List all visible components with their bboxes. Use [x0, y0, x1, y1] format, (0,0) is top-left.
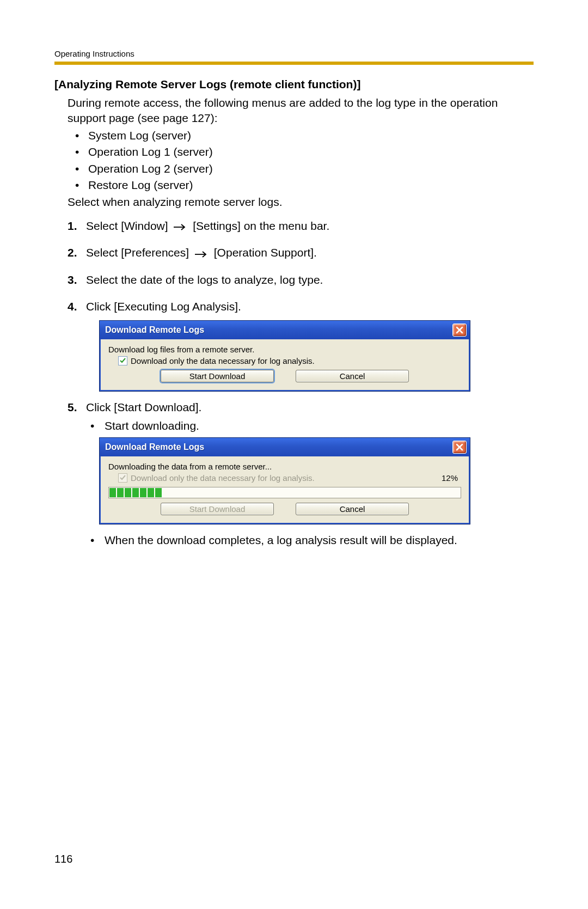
- check-icon: [120, 358, 126, 364]
- bullet-text: Restore Log (server): [88, 177, 193, 193]
- bullet-icon: •: [68, 177, 88, 193]
- bullet-icon: •: [68, 127, 88, 144]
- start-download-button-disabled: Start Download: [161, 503, 274, 515]
- checkbox-row: Download only the data necessary for log…: [118, 356, 461, 365]
- header-label: Operating Instructions: [54, 49, 534, 58]
- page-number: 116: [54, 853, 72, 865]
- checkbox-label: Download only the data necessary for log…: [131, 356, 315, 365]
- step-body: Select [Window] [Settings] on the menu b…: [86, 218, 534, 235]
- progress-cell: [117, 488, 124, 497]
- bullet-icon: •: [86, 532, 105, 548]
- bullet-icon: •: [68, 144, 88, 160]
- dialog-title: Download Remote Logs: [105, 325, 204, 335]
- cancel-button[interactable]: Cancel: [296, 503, 409, 515]
- progress-cell: [140, 488, 146, 497]
- step-text-after: [Operation Support].: [214, 246, 317, 259]
- header-rule: [54, 62, 534, 65]
- start-download-button[interactable]: Start Download: [161, 370, 274, 382]
- step-5: 5. Click [Start Download]. • Start downl…: [68, 399, 534, 434]
- list-item: • Operation Log 1 (server): [68, 144, 534, 160]
- log-type-bullets: • System Log (server) • Operation Log 1 …: [68, 127, 534, 194]
- list-item: • Operation Log 2 (server): [68, 161, 534, 177]
- dialog-message: Download log files from a remote server.: [108, 345, 461, 354]
- progress-cell: [155, 488, 162, 497]
- step-text-before: Select [Window]: [86, 219, 168, 232]
- bullet-text: Operation Log 2 (server): [88, 161, 213, 177]
- step-4: 4. Click [Executing Log Analysis].: [68, 298, 534, 315]
- step-3: 3. Select the date of the logs to analyz…: [68, 272, 534, 288]
- step-2: 2. Select [Preferences] [Operation Suppo…: [68, 245, 534, 262]
- step-body: Select [Preferences] [Operation Support]…: [86, 245, 534, 262]
- arrow-icon: [173, 218, 187, 235]
- dialog-message: Downloading the data from a remote serve…: [108, 462, 461, 471]
- progress-cell: [132, 488, 139, 497]
- close-button[interactable]: [452, 324, 467, 337]
- step-text-after: [Settings] on the menu bar.: [193, 219, 329, 232]
- checkbox-disabled: [118, 473, 127, 483]
- section-title: [Analyzing Remote Server Logs (remote cl…: [54, 78, 534, 91]
- arrow-icon: [194, 246, 209, 262]
- download-dialog-progress: Download Remote Logs Downloading the dat…: [99, 437, 470, 524]
- dialog-title: Download Remote Logs: [105, 442, 204, 452]
- close-icon: [455, 443, 464, 452]
- progress-bar: [108, 487, 461, 498]
- checkbox-row: Download only the data necessary for log…: [118, 473, 461, 483]
- step-body: Select the date of the logs to analyze, …: [86, 272, 534, 288]
- check-icon: [120, 475, 126, 481]
- dialog-body: Downloading the data from a remote serve…: [100, 456, 470, 524]
- step-body: Click [Executing Log Analysis].: [86, 298, 534, 315]
- sub-bullet-text: Start downloading.: [105, 418, 199, 434]
- step-number: 4.: [68, 298, 86, 315]
- progress-cell: [148, 488, 154, 497]
- checkbox-label: Download only the data necessary for log…: [131, 473, 315, 483]
- list-item: • Restore Log (server): [68, 177, 534, 193]
- step-body: Click [Start Download]. • Start download…: [86, 399, 534, 434]
- step-text: Click [Start Download].: [86, 399, 534, 416]
- dialog-body: Download log files from a remote server.…: [100, 339, 470, 391]
- step-1: 1. Select [Window] [Settings] on the men…: [68, 218, 534, 235]
- dialog-button-row: Start Download Cancel: [108, 503, 461, 515]
- bullet-icon: •: [86, 418, 105, 434]
- list-item: • System Log (server): [68, 127, 534, 144]
- close-icon: [455, 326, 464, 334]
- step-number: 5.: [68, 399, 86, 416]
- step-number: 3.: [68, 272, 86, 288]
- dialog-titlebar[interactable]: Download Remote Logs: [100, 321, 470, 339]
- step-text-before: Select [Preferences]: [86, 246, 189, 259]
- sub-bullet: • When the download completes, a log ana…: [86, 532, 534, 548]
- sub-bullet-text: When the download completes, a log analy…: [105, 532, 457, 548]
- step-5-continued: • When the download completes, a log ana…: [86, 532, 534, 548]
- steps-list: 1. Select [Window] [Settings] on the men…: [68, 218, 534, 548]
- dialog-titlebar[interactable]: Download Remote Logs: [100, 438, 470, 456]
- progress-percent: 12%: [442, 473, 461, 483]
- bullet-text: Operation Log 1 (server): [88, 144, 213, 160]
- sub-bullet: • Start downloading.: [86, 418, 534, 434]
- close-button[interactable]: [452, 441, 467, 454]
- intro-text: During remote access, the following menu…: [68, 95, 534, 126]
- step-number: 1.: [68, 218, 86, 234]
- dialog-button-row: Start Download Cancel: [108, 370, 461, 382]
- bullet-text: System Log (server): [88, 127, 191, 144]
- cancel-button[interactable]: Cancel: [296, 370, 409, 382]
- checkbox[interactable]: [118, 356, 127, 365]
- after-bullets-text: Select when analyzing remote server logs…: [68, 194, 534, 210]
- progress-cell: [109, 488, 116, 497]
- progress-cell: [125, 488, 131, 497]
- download-dialog-initial: Download Remote Logs Download log files …: [99, 320, 470, 392]
- bullet-icon: •: [68, 161, 88, 177]
- step-number: 2.: [68, 245, 86, 261]
